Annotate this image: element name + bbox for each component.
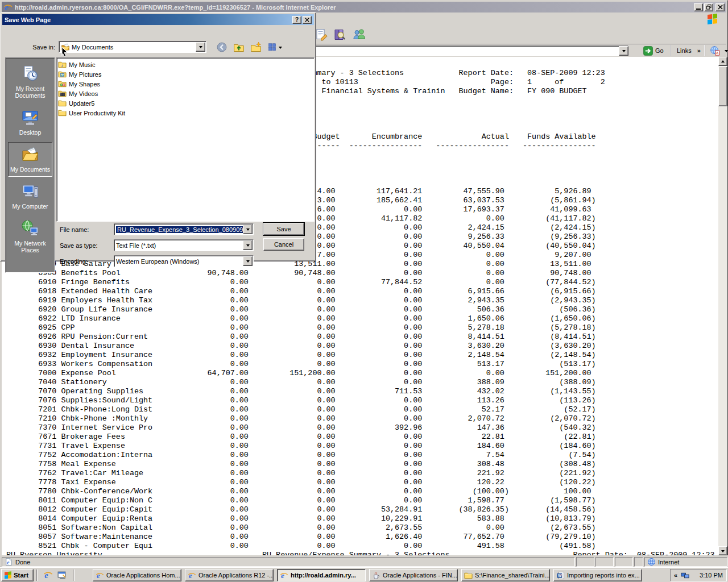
save-in-label: Save in: <box>16 44 55 51</box>
save-as-type-combobox[interactable]: Text File (*.txt) <box>114 239 254 251</box>
clock[interactable]: 3:10 PM <box>700 572 723 579</box>
task-button-label: S:\Finance_shared\Traini... <box>475 572 550 579</box>
chevron-down-icon[interactable] <box>725 50 728 54</box>
folder-list-item[interactable]: My Pictures <box>58 69 313 79</box>
svg-text:e: e <box>281 571 284 580</box>
research-icon[interactable] <box>333 28 346 41</box>
folder-list-item[interactable]: ♪My Music <box>58 60 313 69</box>
view-menu-button[interactable] <box>264 41 285 53</box>
up-folder-icon <box>233 41 245 53</box>
status-bar: e Done Internet <box>1 555 728 568</box>
save-as-type-value: Text File (*.txt) <box>114 242 243 249</box>
quick-launch-ie-icon[interactable]: e <box>43 570 53 580</box>
ie-page-icon: e <box>5 558 13 566</box>
links-bar[interactable]: Links » <box>671 45 704 56</box>
folder-list-item[interactable]: Updater5 <box>58 98 313 108</box>
cancel-button[interactable]: Cancel <box>263 238 304 251</box>
tray-chevron[interactable]: « <box>674 572 677 579</box>
save-in-dropdown-button[interactable] <box>196 42 205 52</box>
screen: e http://roald.admin.ryerson.ca:8000/OA_… <box>0 0 728 582</box>
edit-icon[interactable] <box>315 28 328 41</box>
address-dropdown-button[interactable] <box>619 46 628 56</box>
go-button[interactable]: Go <box>640 45 667 56</box>
system-tray: « 3:10 PM <box>670 569 727 581</box>
places-bar: My Recent DocumentsDesktopMy DocumentsMy… <box>5 57 55 273</box>
encoding-value: Western European (Windows) <box>114 258 243 265</box>
places-bar-item-my-recent-documents[interactable]: My Recent Documents <box>8 61 52 103</box>
svg-text:e: e <box>5 3 8 12</box>
ie-icon: e <box>188 571 196 580</box>
help-button[interactable]: ? <box>292 16 301 24</box>
file-name-value[interactable]: RU_Revenue_Expense_3_Selection_080909 <box>116 226 243 233</box>
places-bar-item-my-documents[interactable]: My Documents <box>8 142 52 177</box>
file-name-label: File name: <box>60 226 112 233</box>
web-globe-icon[interactable]: A <box>710 45 720 56</box>
task-button[interactable]: Oracle Applications - FIN... <box>369 569 458 581</box>
back-folder-button[interactable] <box>214 41 229 53</box>
save-in-combobox[interactable]: My Documents <box>59 41 206 53</box>
messenger-icon[interactable] <box>352 28 366 41</box>
task-button-label: Oracle Applications Hom... <box>106 572 180 579</box>
scrollbar-thumb[interactable] <box>718 66 727 106</box>
folder-icon <box>58 99 67 107</box>
folder-name: My Pictures <box>69 71 101 78</box>
window-title: http://roald.admin.ryerson.ca:8000/OA_CG… <box>15 4 693 11</box>
status-pane <box>576 557 594 567</box>
file-name-dropdown-button[interactable] <box>243 225 253 234</box>
folder-list-item[interactable]: My Shapes <box>58 79 313 89</box>
place-label: My Documents <box>10 166 50 173</box>
ie-logo-icon: e <box>3 3 13 12</box>
scroll-up-button[interactable] <box>718 57 727 66</box>
zone-label: Internet <box>658 559 679 566</box>
network-places-icon <box>21 219 39 238</box>
encoding-combobox[interactable]: Western European (Windows) <box>114 255 254 267</box>
close-button[interactable] <box>715 3 725 11</box>
task-button[interactable]: WImporting reports into ex... <box>553 569 642 581</box>
word-icon: W <box>556 571 565 580</box>
links-chevron[interactable]: » <box>697 47 701 54</box>
status-text: Done <box>15 559 30 566</box>
restore-button[interactable] <box>704 3 713 11</box>
internet-globe-icon <box>647 558 656 566</box>
status-pane <box>595 557 614 567</box>
recent-documents-icon <box>21 65 39 83</box>
go-arrow-icon <box>643 46 653 56</box>
my-documents-icon <box>21 146 39 164</box>
task-button-label: Importing reports into ex... <box>567 572 640 579</box>
dialog-close-button[interactable] <box>303 16 312 24</box>
folder-list-item[interactable]: User Productivity Kit <box>58 108 313 118</box>
save-button[interactable]: Save <box>263 223 304 235</box>
network-tray-icon[interactable] <box>681 571 689 580</box>
up-one-level-button[interactable] <box>231 41 246 53</box>
folder-list[interactable]: ♪My MusicMy PicturesMy ShapesMy VideosUp… <box>56 57 315 222</box>
new-folder-button[interactable] <box>249 41 263 53</box>
task-button[interactable]: eOracle Applications Hom... <box>93 569 181 581</box>
places-bar-item-my-computer[interactable]: My Computer <box>8 179 52 214</box>
file-name-combobox[interactable]: RU_Revenue_Expense_3_Selection_080909 <box>114 223 254 235</box>
task-button[interactable]: ehttp://roald.admin.ry... <box>277 569 366 581</box>
folder-name: User Productivity Kit <box>69 110 125 117</box>
task-button-label: Oracle Applications R12 -... <box>198 572 274 579</box>
status-pane <box>615 557 633 567</box>
task-button[interactable]: eOracle Applications R12 -... <box>185 569 274 581</box>
taskbar-divider <box>73 569 75 581</box>
folder-name: My Shapes <box>69 81 100 88</box>
task-button[interactable]: S:\Finance_shared\Traini... <box>461 569 550 581</box>
place-label: My Network Places <box>14 240 46 253</box>
save-as-type-dropdown-button[interactable] <box>243 240 253 250</box>
windows-flag-icon <box>5 571 11 579</box>
minimize-button[interactable] <box>694 3 703 11</box>
start-button[interactable]: Start <box>1 569 34 581</box>
encoding-dropdown-button[interactable] <box>243 256 253 266</box>
scroll-down-button[interactable] <box>718 546 727 555</box>
places-bar-item-my-network-places[interactable]: My Network Places <box>8 216 52 257</box>
my-computer-icon <box>21 182 39 201</box>
svg-text:e: e <box>44 571 48 580</box>
quick-launch-desktop-icon[interactable] <box>57 570 67 580</box>
folder-list-item[interactable]: My Videos <box>58 89 313 98</box>
places-bar-item-desktop[interactable]: Desktop <box>8 105 52 140</box>
vertical-scrollbar[interactable] <box>718 57 727 556</box>
ie-icon: e <box>280 571 288 580</box>
save-as-type-label: Save as type: <box>60 242 112 249</box>
security-zone-pane: Internet <box>644 557 727 567</box>
